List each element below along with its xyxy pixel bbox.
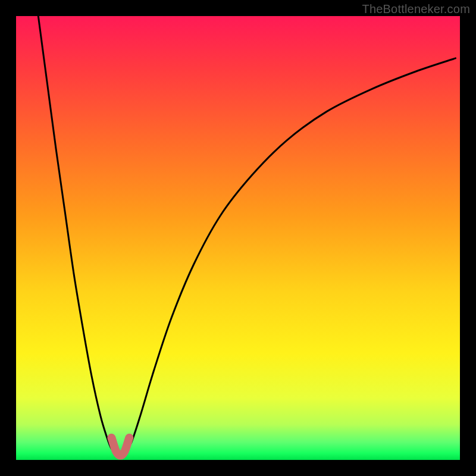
curve-dip-overlay xyxy=(111,438,129,456)
chart-plot-area xyxy=(16,16,460,460)
chart-frame: TheBottleneker.com xyxy=(0,0,476,476)
chart-svg xyxy=(16,16,460,460)
watermark-text: TheBottleneker.com xyxy=(362,2,470,16)
curve-left-branch xyxy=(38,16,116,453)
curve-right-branch xyxy=(125,58,456,453)
